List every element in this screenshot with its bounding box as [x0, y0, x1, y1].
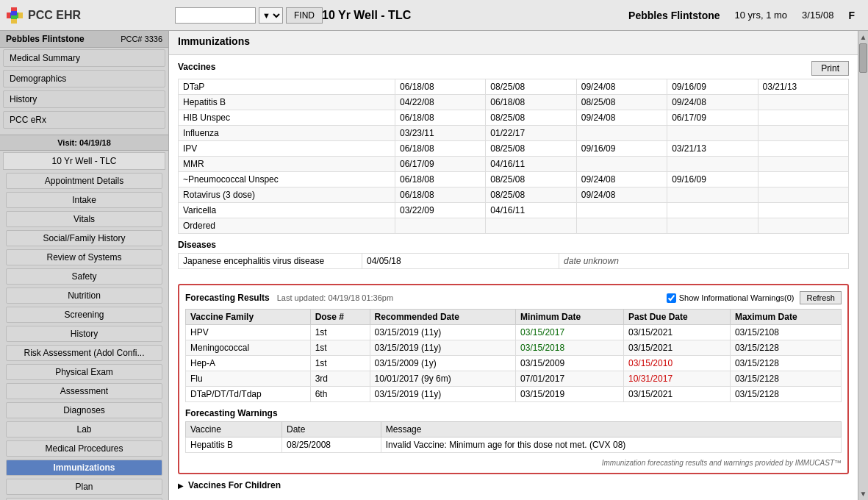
vaccine-date: 06/18/08: [395, 141, 485, 157]
fc-maximum: 03/15/2108: [730, 325, 841, 340]
vaccine-name: ~Pneumococcal Unspec: [179, 172, 395, 188]
patient-info: Pebbles Flintstone 10 yrs, 1 mo 3/15/08 …: [628, 10, 855, 21]
warnings-title: Forecasting Warnings: [185, 408, 842, 418]
sidebar-item-history[interactable]: History: [3, 90, 165, 108]
vaccine-date: 09/24/08: [667, 95, 758, 110]
vfc-title: Vaccines For Children: [188, 480, 281, 490]
vaccines-subtitle: Vaccines: [178, 62, 215, 72]
vaccine-date: [758, 203, 848, 218]
disease-name: Japanese encephalitis virus disease: [179, 254, 362, 269]
app-title: PCC EHR: [28, 9, 81, 22]
search-area: ▼ FIND: [175, 7, 307, 24]
vaccine-row: Influenza03/23/1101/22/17: [179, 126, 849, 141]
fc-recommended: 03/15/2019 (11y): [370, 340, 516, 356]
vaccine-date: [758, 157, 848, 172]
forecasting-header: Forecasting Results Last updated: 04/19/…: [185, 291, 842, 304]
sidebar-item-lab[interactable]: Lab: [6, 421, 162, 438]
warn-col-vaccine: Vaccine: [186, 422, 282, 438]
fc-dose: 1st: [310, 340, 370, 356]
search-dropdown[interactable]: ▼: [259, 7, 283, 24]
vaccine-date: 04/16/11: [486, 157, 576, 172]
sidebar-item-pcc-erx[interactable]: PCC eRx: [3, 111, 165, 129]
print-button[interactable]: Print: [811, 61, 849, 76]
vaccine-row: HIB Unspec06/18/0808/25/0809/24/0806/17/…: [179, 110, 849, 126]
forecasting-row: DTaP/DT/Td/Tdap 6th 03/15/2019 (11y) 03/…: [186, 387, 842, 402]
fc-maximum: 03/15/2128: [730, 340, 841, 356]
scroll-thumb[interactable]: [859, 43, 867, 73]
vfc-header[interactable]: ▶ Vaccines For Children: [178, 480, 849, 490]
fc-minimum: 03/15/2017: [516, 325, 624, 340]
fc-pastdue: 03/15/2021: [624, 325, 731, 340]
vaccine-date: 04/22/08: [395, 95, 485, 110]
vaccine-date: 09/24/08: [576, 172, 667, 188]
search-input[interactable]: [175, 7, 256, 24]
sidebar-item-vitals[interactable]: Vitals: [6, 211, 162, 227]
scroll-up-arrow[interactable]: ▲: [858, 31, 868, 43]
warn-col-date: Date: [281, 422, 381, 438]
vaccine-date: [576, 157, 667, 172]
forecasting-row: Flu 3rd 10/01/2017 (9y 6m) 07/01/2017 10…: [186, 371, 842, 387]
col-vaccine-family: Vaccine Family: [186, 310, 311, 325]
sidebar-item-immunizations[interactable]: Immunizations: [6, 460, 162, 476]
show-warnings-checkbox[interactable]: [667, 293, 676, 303]
fc-pastdue: 03/15/2021: [624, 387, 731, 402]
vaccine-date: 06/18/08: [395, 79, 485, 95]
sidebar-item-screening[interactable]: Screening: [6, 307, 162, 323]
fc-pastdue: 03/15/2021: [624, 340, 731, 356]
content-header: Immunizations: [169, 31, 858, 55]
vaccine-date: [667, 188, 758, 203]
warnings-table: Vaccine Date Message Hepatitis B08/25/20…: [185, 421, 842, 453]
sidebar-item-medical-summary[interactable]: Medical Summary: [3, 49, 165, 67]
sidebar-item-medical-procedures[interactable]: Medical Procedures: [6, 440, 162, 457]
fc-minimum: 03/15/2009: [516, 356, 624, 371]
vaccine-date: [486, 218, 576, 234]
scroll-down-arrow[interactable]: ▼: [858, 488, 868, 500]
refresh-button[interactable]: Refresh: [800, 291, 842, 304]
show-warnings-label[interactable]: Show Informational Warnings(0): [667, 293, 795, 303]
sidebar-item-history[interactable]: History: [6, 326, 162, 342]
vaccine-date: 06/17/09: [395, 157, 485, 172]
vaccine-date: 01/22/17: [486, 126, 576, 141]
vaccine-date: 03/21/13: [758, 79, 848, 95]
warn-message: Invalid Vaccine: Minimum age for this do…: [381, 438, 841, 453]
vaccine-date: 08/25/08: [486, 79, 576, 95]
content-area: Immunizations Vaccines Print DTaP06/18/0…: [169, 31, 858, 500]
vaccine-date: 03/23/11: [395, 126, 485, 141]
vaccine-name: MMR: [179, 157, 395, 172]
sidebar-item-risk-assessment[interactable]: Risk Assessment (Adol Confi...: [6, 345, 162, 361]
vaccine-date: [758, 110, 848, 126]
vaccine-date: 06/18/08: [395, 110, 485, 126]
scroll-track: [858, 43, 868, 488]
sidebar-item-assessment[interactable]: Assessment: [6, 383, 162, 399]
sidebar-item-safety[interactable]: Safety: [6, 268, 162, 285]
fc-pastdue: 10/31/2017: [624, 371, 731, 387]
vaccine-date: [667, 126, 758, 141]
visit-title: 10 Yr Well - TLC: [307, 9, 628, 22]
sidebar-item-nutrition[interactable]: Nutrition: [6, 288, 162, 304]
immunizations-section: Vaccines Print DTaP06/18/0808/25/0809/24…: [169, 55, 858, 281]
sidebar-item-plan[interactable]: Plan: [6, 479, 162, 495]
sidebar-item-physical-exam[interactable]: Physical Exam: [6, 364, 162, 380]
vaccine-date: [758, 188, 848, 203]
fc-minimum: 07/01/2017: [516, 371, 624, 387]
sidebar-item-appointment-details[interactable]: Appointment Details: [6, 173, 162, 189]
sidebar-item-social-family-history[interactable]: Social/Family History: [6, 230, 162, 246]
patient-date: 3/15/08: [802, 10, 833, 21]
patient-age: 10 yrs, 1 mo: [735, 10, 788, 21]
vaccine-date: 09/24/08: [576, 110, 667, 126]
vaccine-date: 04/16/11: [486, 203, 576, 218]
vaccine-date: [758, 95, 848, 110]
vaccine-date: [758, 218, 848, 234]
vaccine-name: Rotavirus (3 dose): [179, 188, 395, 203]
fc-dose: 3rd: [310, 371, 370, 387]
sidebar-item-diagnoses[interactable]: Diagnoses: [6, 402, 162, 418]
sidebar-item-demographics[interactable]: Demographics: [3, 70, 165, 88]
forecasting-row: HPV 1st 03/15/2019 (11y) 03/15/2017 03/1…: [186, 325, 842, 340]
sidebar-item-review-of-systems[interactable]: Review of Systems: [6, 249, 162, 265]
vaccine-date: 06/18/08: [395, 172, 485, 188]
disease-date: 04/05/18: [362, 254, 559, 269]
fc-vaccine: HPV: [186, 325, 311, 340]
vaccine-date: [758, 172, 848, 188]
fc-recommended: 03/15/2009 (1y): [370, 356, 516, 371]
sidebar-item-intake[interactable]: Intake: [6, 192, 162, 208]
